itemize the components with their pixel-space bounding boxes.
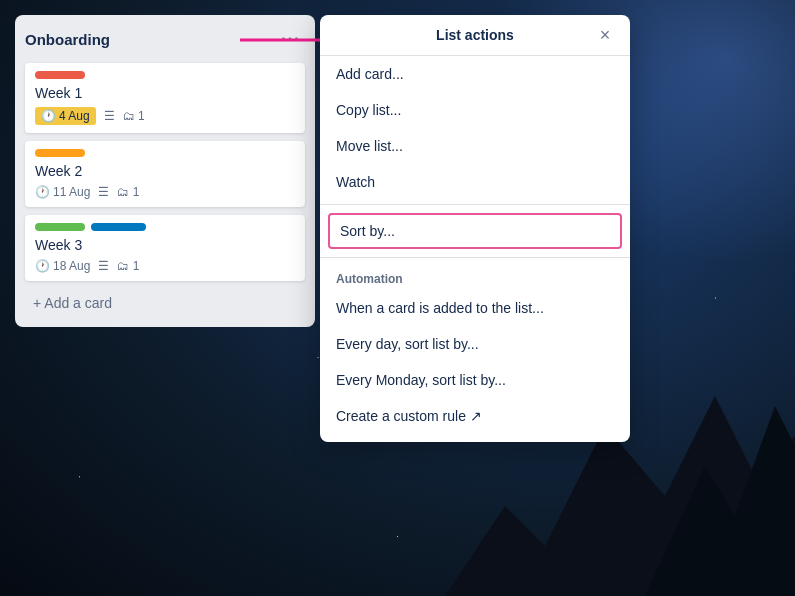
move-list-menu-item[interactable]: Move list... [320, 128, 630, 164]
dropdown-title: List actions [436, 27, 514, 43]
clock-icon-week3: 🕐 [35, 259, 50, 273]
sort-by-menu-item[interactable]: Sort by... [328, 213, 622, 249]
date-text-week3: 🕐 18 Aug [35, 259, 90, 273]
copy-list-menu-item[interactable]: Copy list... [320, 92, 630, 128]
list-header: Onboarding ··· [25, 25, 305, 53]
card-meta-week2: 🕐 11 Aug ☰ 🗂 1 [35, 185, 295, 199]
attachment-icon-week2: 🗂 1 [117, 185, 139, 199]
card-meta-week3: 🕐 18 Aug ☰ 🗂 1 [35, 259, 295, 273]
when-card-added-menu-item[interactable]: When a card is added to the list... [320, 290, 630, 326]
card-label-orange [35, 149, 85, 157]
attachment-icon-week3: 🗂 1 [117, 259, 139, 273]
date-badge-week1: 🕐 4 Aug [35, 107, 96, 125]
automation-section-label: Automation [320, 262, 630, 290]
dropdown-header: List actions × [320, 15, 630, 56]
card-label-red [35, 71, 85, 79]
card-week2[interactable]: Week 2 🕐 11 Aug ☰ 🗂 1 [25, 141, 305, 207]
every-day-sort-menu-item[interactable]: Every day, sort list by... [320, 326, 630, 362]
list-column: Onboarding ··· Week 1 🕐 4 Aug ☰ 🗂 1 Week… [15, 15, 315, 327]
description-icon-week3: ☰ [98, 259, 109, 273]
card-title-week3: Week 3 [35, 237, 295, 253]
add-card-menu-item[interactable]: Add card... [320, 56, 630, 92]
clock-icon-week2: 🕐 [35, 185, 50, 199]
divider-2 [320, 257, 630, 258]
date-text-week1: 4 Aug [59, 109, 90, 123]
card-label-green [35, 223, 85, 231]
list-actions-dropdown: List actions × Add card... Copy list... … [320, 15, 630, 442]
card-title-week1: Week 1 [35, 85, 295, 101]
card-labels-row-week3 [35, 223, 295, 231]
custom-rule-menu-item[interactable]: Create a custom rule ↗ [320, 398, 630, 434]
card-title-week2: Week 2 [35, 163, 295, 179]
description-icon-week1: ☰ [104, 109, 115, 123]
every-monday-sort-menu-item[interactable]: Every Monday, sort list by... [320, 362, 630, 398]
description-icon-week2: ☰ [98, 185, 109, 199]
divider-1 [320, 204, 630, 205]
watch-menu-item[interactable]: Watch [320, 164, 630, 200]
date-text-week2: 🕐 11 Aug [35, 185, 90, 199]
list-menu-button[interactable]: ··· [277, 25, 305, 53]
attachment-icon-week1: 🗂 1 [123, 109, 145, 123]
add-card-button[interactable]: + Add a card [25, 289, 305, 317]
dropdown-close-button[interactable]: × [592, 22, 618, 48]
card-meta-week1: 🕐 4 Aug ☰ 🗂 1 [35, 107, 295, 125]
clock-icon: 🕐 [41, 109, 56, 123]
card-label-blue [91, 223, 146, 231]
more-icon: ··· [281, 30, 300, 48]
card-week3[interactable]: Week 3 🕐 18 Aug ☰ 🗂 1 [25, 215, 305, 281]
list-title: Onboarding [25, 31, 110, 48]
card-week1[interactable]: Week 1 🕐 4 Aug ☰ 🗂 1 [25, 63, 305, 133]
